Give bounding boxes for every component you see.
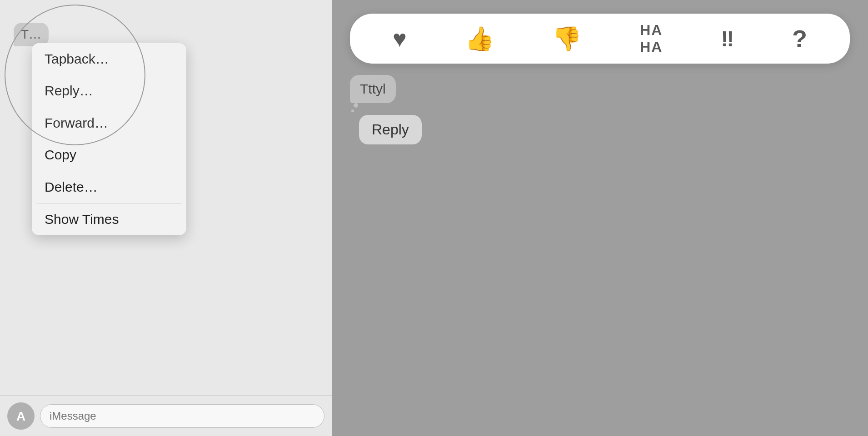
tapback-question-icon[interactable]: ? xyxy=(792,25,807,53)
tapback-heart-icon[interactable]: ♥ xyxy=(393,25,407,52)
context-menu-copy[interactable]: Copy xyxy=(32,139,186,171)
bottom-bar: A xyxy=(0,395,332,436)
context-menu-forward[interactable]: Forward… xyxy=(32,107,186,139)
message-area: T… Tapback… Reply… Forward… Copy Delete…… xyxy=(0,0,332,395)
context-menu-tapback[interactable]: Tapback… xyxy=(32,43,186,75)
svg-text:A: A xyxy=(16,409,25,423)
tapback-bar: ♥ 👍 👎 HAHA ‼ ? xyxy=(350,14,850,64)
tapback-thumbsup-icon[interactable]: 👍 xyxy=(465,25,494,53)
app-store-button[interactable]: A xyxy=(7,402,35,430)
right-messages: Tttyl Reply xyxy=(350,75,422,144)
tapback-thumbsdown-icon[interactable]: 👎 xyxy=(552,25,582,53)
tapback-exclamation-icon[interactable]: ‼ xyxy=(721,26,734,51)
app-store-icon: A xyxy=(14,409,28,423)
tapback-haha-icon[interactable]: HAHA xyxy=(640,22,663,55)
left-panel: T… Tapback… Reply… Forward… Copy Delete…… xyxy=(0,0,332,436)
context-menu-delete[interactable]: Delete… xyxy=(32,171,186,203)
context-menu-show-times[interactable]: Show Times xyxy=(32,203,186,235)
context-menu-reply[interactable]: Reply… xyxy=(32,75,186,107)
reply-bubble-container: Reply xyxy=(350,107,422,144)
right-panel: ♥ 👍 👎 HAHA ‼ ? Tttyl Reply xyxy=(332,0,868,436)
right-message-bubble: Tttyl xyxy=(350,75,422,107)
imessage-input[interactable] xyxy=(40,404,324,428)
reply-bubble[interactable]: Reply xyxy=(359,115,422,144)
context-menu: Tapback… Reply… Forward… Copy Delete… Sh… xyxy=(32,43,186,235)
